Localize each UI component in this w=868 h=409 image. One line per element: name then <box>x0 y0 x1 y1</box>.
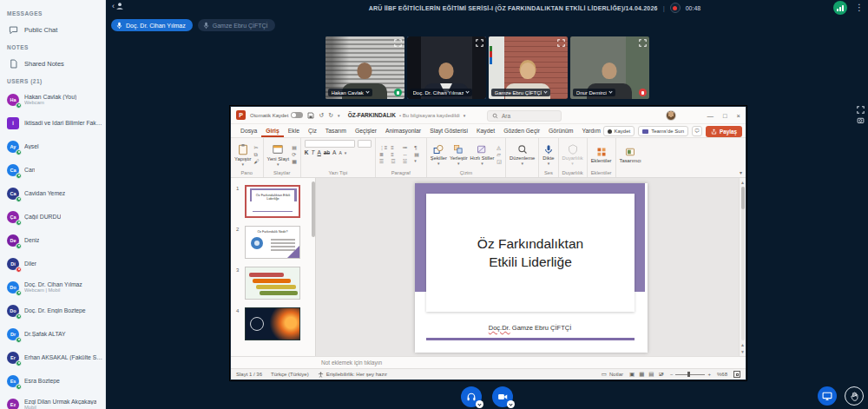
video-name-label[interactable]: Onur Demirci <box>573 89 615 96</box>
sidebar-item-shared-notes[interactable]: Shared Notes <box>7 54 105 73</box>
shape-effects-icon[interactable]: ◲ <box>496 159 502 164</box>
video-name-label[interactable]: Gamze Ebru ÇİFTÇİ <box>491 89 551 96</box>
ppt-menu-tab[interactable]: Tasarım <box>321 124 351 137</box>
scroll-up-icon[interactable]: ▲ <box>740 180 745 185</box>
paragraph-buttons[interactable]: ⋮≡≡≔¶ ≣≡⇔▤ ☰☲☱▾ <box>379 145 423 165</box>
ppt-menu-tab[interactable]: Slayt Gösterisi <box>425 124 472 137</box>
language-indicator[interactable]: Türkçe (Türkiye) <box>271 372 309 377</box>
video-tile[interactable]: Hakan Cavlak <box>326 36 404 99</box>
fullscreen-icon[interactable] <box>394 39 402 47</box>
ribbon-collapse-icon[interactable]: ▾ <box>740 169 742 175</box>
user-list-item[interactable]: Er Erhan AKSAKAL (Fakülte Sekreteri) <box>7 346 105 369</box>
ppt-menu-tab[interactable]: Giriş <box>261 124 284 137</box>
copy-icon[interactable]: ⧉ <box>254 152 260 157</box>
ppt-menu-tab[interactable]: Yardım <box>577 124 604 137</box>
new-slide-button[interactable]: Yeni Slayt▾ <box>267 143 290 166</box>
present-in-teams-button[interactable]: Teams'de Sun <box>638 126 688 136</box>
audio-options-chevron[interactable] <box>476 400 483 408</box>
view-buttons[interactable]: ▣ ▦ ▤ 🖳 <box>629 371 664 378</box>
normal-view-icon[interactable]: ▣ <box>629 371 635 378</box>
autosave-toggle[interactable] <box>291 112 303 118</box>
layout-icon[interactable]: ▤ <box>292 145 297 150</box>
ppt-menu-tab[interactable]: Gözden Geçir <box>499 124 544 137</box>
slideshow-icon[interactable]: 🖳 <box>658 371 664 378</box>
user-list-item[interactable]: De Deniz <box>7 228 105 252</box>
slide-thumbnail-4[interactable] <box>245 307 300 340</box>
slide-thumbnail-3[interactable] <box>245 267 300 300</box>
fullscreen-icon[interactable] <box>476 39 483 47</box>
thumbnail-scrollbar[interactable] <box>312 181 315 237</box>
ppt-menu-tab[interactable]: Geçişler <box>351 124 381 137</box>
user-list-item[interactable]: Do Doç. Dr. Engin Boztepe <box>7 299 105 322</box>
account-avatar[interactable] <box>666 110 676 121</box>
video-name-label[interactable]: Hakan Cavlak <box>328 89 372 96</box>
zoom-out-icon[interactable]: − <box>670 372 674 377</box>
record-button[interactable]: Kaydet <box>603 126 635 136</box>
accessibility-status[interactable]: Erişilebilirlik: Her şey hazır <box>318 372 387 378</box>
minimize-icon[interactable]: — <box>707 112 714 120</box>
ppt-menu-tab[interactable]: Çiz <box>304 124 321 137</box>
ppt-menu-tab[interactable]: Kaydet <box>472 124 499 137</box>
previous-slide-icon[interactable]: ▲ <box>740 342 745 347</box>
autosave-control[interactable]: Otomatik Kaydet <box>250 112 303 118</box>
quick-styles-button[interactable]: Hızlı Stiller▾ <box>470 144 495 165</box>
shapes-button[interactable]: Şekiller▾ <box>431 144 447 165</box>
user-list-item[interactable]: Ca Cavidan Yemez <box>7 181 105 205</box>
document-title[interactable]: ÖZ-FARKINDALIK • Bu bilgisayara kaydedil… <box>348 112 466 118</box>
comments-button[interactable]: 🗩 <box>692 126 702 136</box>
screenshare-button[interactable] <box>818 386 837 406</box>
user-list-item[interactable]: Es Esra Boztepe <box>7 369 105 393</box>
user-list-item[interactable]: Ça Çağıl DURDU <box>7 205 105 228</box>
video-tile[interactable]: Gamze Ebru ÇİFTÇİ <box>489 36 568 99</box>
ppt-menu-tab[interactable]: Ekle <box>284 124 304 137</box>
ppt-menu-tab[interactable]: Animasyonlar <box>381 124 425 137</box>
slide-thumbnail-1[interactable]: Öz Farkındalıktan Etkili Liderliğe <box>245 185 300 218</box>
fit-slide-icon[interactable] <box>733 371 740 378</box>
user-list-item[interactable]: Dr Dr.Şafak ALTAY <box>7 322 105 346</box>
presentation-fullscreen-icon[interactable] <box>857 106 865 114</box>
font-style-buttons[interactable]: KTAabAA▾ <box>305 149 346 155</box>
connection-status-icon[interactable] <box>833 1 847 15</box>
recording-indicator[interactable] <box>670 3 681 13</box>
user-list-item[interactable]: Di Diler <box>7 252 105 275</box>
webcam-options-chevron[interactable] <box>507 400 515 408</box>
designer-button[interactable]: Tasarımcı <box>620 147 641 163</box>
canvas-scrollbar[interactable]: ▲ ▲ ▼ <box>739 178 746 356</box>
dictate-button[interactable]: Dikte▾ <box>542 144 554 165</box>
close-icon[interactable]: × <box>737 112 740 120</box>
webcam-button[interactable] <box>492 386 513 407</box>
video-tile[interactable]: Doç. Dr. Cihan Yılmaz <box>407 36 486 99</box>
sensitivity-button[interactable]: Duyarlılık▾ <box>562 144 583 165</box>
current-slide[interactable]: Öz Farkındalıktan Etkili Liderliğe Doç.D… <box>415 183 648 353</box>
video-name-label[interactable]: Doç. Dr. Cihan Yılmaz <box>410 89 473 96</box>
addins-button[interactable]: Eklentiler <box>591 147 612 163</box>
ppt-menu-tab[interactable]: Dosya <box>236 124 261 137</box>
font-size-select[interactable] <box>358 140 372 148</box>
reading-view-icon[interactable]: ▤ <box>648 371 654 378</box>
video-tile[interactable]: Onur Demirci <box>570 36 649 99</box>
ppt-menu-tab[interactable]: Görünüm <box>544 124 577 137</box>
slide-thumbnail-2[interactable]: Öz Farkındalık Nedir? <box>245 226 300 259</box>
section-icon[interactable]: ▦ <box>292 159 297 164</box>
user-list-item[interactable]: Ay Aysel <box>7 135 105 158</box>
shape-fill-icon[interactable]: ◬ <box>496 145 502 150</box>
fullscreen-icon[interactable] <box>557 39 565 47</box>
format-painter-icon[interactable]: 🖌 <box>254 159 260 164</box>
user-list-item[interactable]: Ca Can <box>7 158 105 181</box>
user-list-item[interactable]: Ez Ezgi Dilan Urmak Akçakaya Mobil <box>7 393 105 409</box>
user-list-item[interactable]: Do Doç. Dr. Cihan Yılmaz Webcam | Mobil <box>7 275 105 299</box>
shape-outline-icon[interactable]: ▱ <box>496 152 502 157</box>
qat-dropdown-icon[interactable]: ▾ <box>338 114 340 117</box>
arrange-button[interactable]: Yerleştir▾ <box>450 144 468 165</box>
paste-button[interactable]: Yapıştır▾ <box>234 143 252 166</box>
user-list-item[interactable]: İ İktisadi ve İdari Bilimler Fakültesi <box>7 111 105 135</box>
editing-button[interactable]: Düzenleme▾ <box>510 144 535 165</box>
search-input[interactable]: Ara <box>487 110 562 122</box>
zoom-in-icon[interactable]: + <box>707 372 711 377</box>
reset-icon[interactable]: ⟳ <box>292 152 297 157</box>
notes-toggle-button[interactable]: ▭Notlar <box>602 371 623 378</box>
share-button[interactable]: Paylaş <box>706 126 742 137</box>
next-slide-icon[interactable]: ▼ <box>740 349 745 354</box>
presentation-snapshot-icon[interactable] <box>857 116 865 124</box>
font-name-select[interactable] <box>305 140 355 148</box>
